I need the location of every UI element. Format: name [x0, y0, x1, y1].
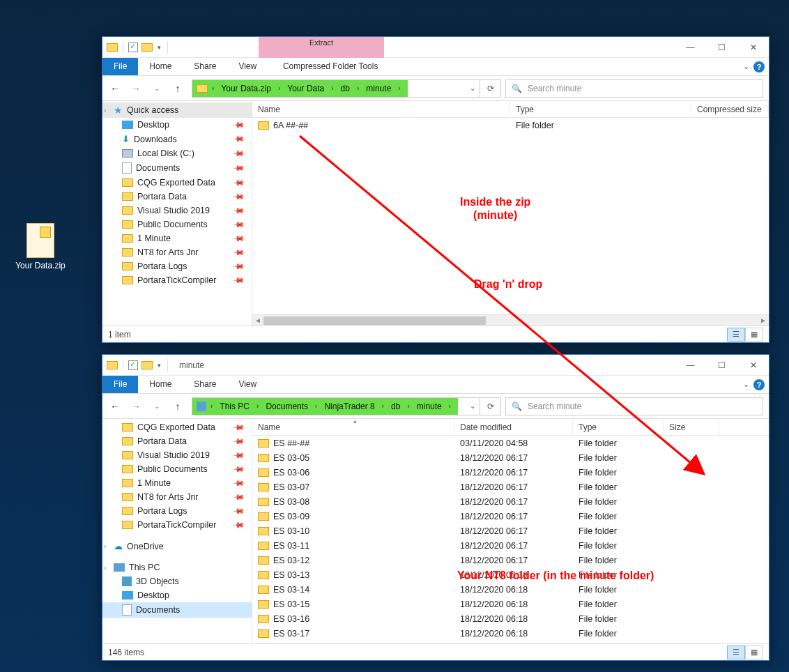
- nav-recent-dropdown[interactable]: ⌄: [147, 79, 167, 98]
- nav-forward-button[interactable]: →: [126, 79, 146, 98]
- sidebar-item[interactable]: PortaraTickCompiler📌: [102, 273, 252, 287]
- chevron-icon[interactable]: ›: [104, 107, 106, 114]
- breadcrumb-segment[interactable]: NinjaTrader 8: [321, 402, 377, 411]
- help-icon[interactable]: ?: [753, 61, 765, 72]
- sidebar-item[interactable]: CQG Exported Data📌: [102, 176, 252, 190]
- help-icon[interactable]: ?: [753, 379, 765, 390]
- tab-home[interactable]: Home: [138, 58, 183, 75]
- table-row[interactable]: ES 03-1518/12/2020 06:18File folder: [252, 597, 769, 611]
- nav-forward-button[interactable]: →: [126, 397, 146, 416]
- breadcrumb-segment[interactable]: Documents: [263, 402, 311, 411]
- breadcrumb-segment[interactable]: This PC: [217, 402, 252, 411]
- refresh-button[interactable]: ⟳: [480, 397, 500, 415]
- maximize-button[interactable]: ☐: [706, 355, 737, 375]
- table-row[interactable]: ES 03-0818/12/2020 06:17File folder: [252, 494, 769, 509]
- address-dropdown-icon[interactable]: ⌄: [466, 84, 480, 92]
- tab-compressed-tools[interactable]: Compressed Folder Tools: [268, 58, 393, 75]
- sidebar-item[interactable]: Portara Logs📌: [102, 259, 252, 273]
- minimize-button[interactable]: —: [675, 355, 706, 375]
- nav-up-button[interactable]: ↑: [168, 79, 187, 98]
- table-row[interactable]: ES ##-##03/11/2020 04:58File folder: [252, 436, 769, 450]
- details-view-button[interactable]: ☰: [727, 328, 745, 342]
- desktop-zip-file[interactable]: Your Data.zip: [13, 223, 68, 270]
- tab-file[interactable]: File: [102, 376, 138, 393]
- sidebar-item[interactable]: Public Documents📌: [102, 217, 252, 231]
- breadcrumb-segment[interactable]: minute: [363, 84, 394, 93]
- new-folder-qat-icon[interactable]: [141, 43, 153, 52]
- table-row[interactable]: ES 03-1718/12/2020 06:18File folder: [252, 626, 769, 641]
- sidebar-item[interactable]: Documents📌: [102, 160, 252, 176]
- breadcrumb-segment[interactable]: Your Data: [284, 84, 327, 93]
- breadcrumb-segment[interactable]: db: [388, 402, 403, 411]
- table-row[interactable]: ES 03-1218/12/2020 06:17File folder: [252, 553, 769, 567]
- sidebar-item[interactable]: Public Documents📌: [102, 462, 252, 476]
- col-compressed[interactable]: Compressed size: [691, 101, 769, 117]
- tab-home[interactable]: Home: [138, 376, 183, 393]
- sidebar-item[interactable]: Portara Data📌: [102, 434, 252, 448]
- sidebar-item[interactable]: Desktop: [102, 588, 252, 602]
- nav-recent-dropdown[interactable]: ⌄: [147, 397, 167, 416]
- horizontal-scrollbar[interactable]: ◄►: [252, 314, 769, 326]
- thumbnails-view-button[interactable]: ▦: [745, 646, 763, 659]
- minimize-button[interactable]: —: [675, 37, 706, 57]
- sidebar-item[interactable]: Portara Logs📌: [102, 504, 252, 518]
- close-button[interactable]: ✕: [737, 355, 769, 375]
- sidebar-item[interactable]: ›★Quick access: [102, 102, 252, 118]
- tab-view[interactable]: View: [227, 376, 268, 393]
- nav-up-button[interactable]: ↑: [168, 397, 187, 416]
- breadcrumb-segment[interactable]: minute: [414, 402, 445, 411]
- sidebar-item[interactable]: Local Disk (C:)📌: [102, 146, 252, 160]
- file-list[interactable]: ES ##-##03/11/2020 04:58File folderES 03…: [252, 436, 769, 643]
- sidebar-item[interactable]: PortaraTickCompiler📌: [102, 518, 252, 532]
- table-row[interactable]: ES 03-1418/12/2020 06:18File folder: [252, 582, 769, 597]
- sidebar-item[interactable]: Visual Studio 2019📌: [102, 448, 252, 462]
- col-name[interactable]: Name▴: [252, 419, 454, 435]
- table-row[interactable]: ES 03-0618/12/2020 06:17File folder: [252, 465, 769, 480]
- tab-file[interactable]: File: [102, 58, 138, 75]
- titlebar[interactable]: ▾ Extract minute — ☐ ✕: [102, 37, 769, 58]
- search-input[interactable]: 🔍 Search minute: [505, 397, 763, 415]
- titlebar[interactable]: ▾ minute — ☐ ✕: [102, 355, 769, 376]
- address-bar[interactable]: › Your Data.zip›Your Data›db›minute› ⌄ ⟳: [192, 79, 501, 98]
- table-row[interactable]: 6A ##-##File folder: [252, 118, 769, 132]
- sidebar-item[interactable]: Portara Data📌: [102, 190, 252, 204]
- tab-share[interactable]: Share: [183, 376, 227, 393]
- sidebar-item[interactable]: 1 Minute📌: [102, 476, 252, 490]
- navigation-pane[interactable]: CQG Exported Data📌Portara Data📌Visual St…: [102, 419, 252, 643]
- details-view-button[interactable]: ☰: [727, 646, 745, 659]
- properties-qat-icon[interactable]: [128, 43, 138, 52]
- tab-share[interactable]: Share: [183, 58, 227, 75]
- table-row[interactable]: ES 03-1118/12/2020 06:17File folder: [252, 538, 769, 553]
- sidebar-item[interactable]: 3D Objects: [102, 574, 252, 588]
- sidebar-item[interactable]: CQG Exported Data📌: [102, 420, 252, 434]
- qat-dropdown-icon[interactable]: ▾: [158, 44, 161, 51]
- new-folder-qat-icon[interactable]: [141, 361, 153, 369]
- breadcrumb-segment[interactable]: Your Data.zip: [218, 84, 274, 93]
- col-size[interactable]: Size: [664, 419, 719, 435]
- sidebar-item[interactable]: Documents: [102, 602, 252, 618]
- table-row[interactable]: ES 03-1018/12/2020 06:17File folder: [252, 524, 769, 538]
- sidebar-item[interactable]: ›☁OneDrive: [102, 539, 252, 553]
- table-row[interactable]: ES 03-0918/12/2020 06:17File folder: [252, 509, 769, 524]
- sidebar-item[interactable]: ⬇Downloads📌: [102, 132, 252, 146]
- nav-back-button[interactable]: ←: [105, 397, 125, 416]
- table-row[interactable]: ES 03-1318/12/2020 06:18File folder: [252, 567, 769, 582]
- tab-view[interactable]: View: [227, 58, 268, 75]
- nav-back-button[interactable]: ←: [105, 79, 125, 98]
- col-type[interactable]: Type: [573, 419, 664, 435]
- sidebar-item[interactable]: ›This PC: [102, 560, 252, 574]
- table-row[interactable]: ES 03-0518/12/2020 06:17File folder: [252, 450, 769, 465]
- sidebar-item[interactable]: Desktop📌: [102, 118, 252, 132]
- col-type[interactable]: Type: [510, 101, 691, 117]
- sidebar-item[interactable]: 1 Minute📌: [102, 231, 252, 245]
- properties-qat-icon[interactable]: [128, 360, 138, 370]
- file-list[interactable]: 6A ##-##File folder: [252, 118, 769, 314]
- sidebar-item[interactable]: NT8 for Arts Jnr📌: [102, 245, 252, 259]
- sidebar-item[interactable]: NT8 for Arts Jnr📌: [102, 490, 252, 504]
- chevron-icon[interactable]: ›: [104, 542, 106, 550]
- col-name[interactable]: Name: [252, 101, 510, 117]
- chevron-icon[interactable]: ›: [104, 564, 106, 572]
- close-button[interactable]: ✕: [737, 37, 769, 57]
- search-input[interactable]: 🔍 Search minute: [505, 79, 763, 98]
- ribbon-expand-icon[interactable]: ⌄: [743, 62, 749, 71]
